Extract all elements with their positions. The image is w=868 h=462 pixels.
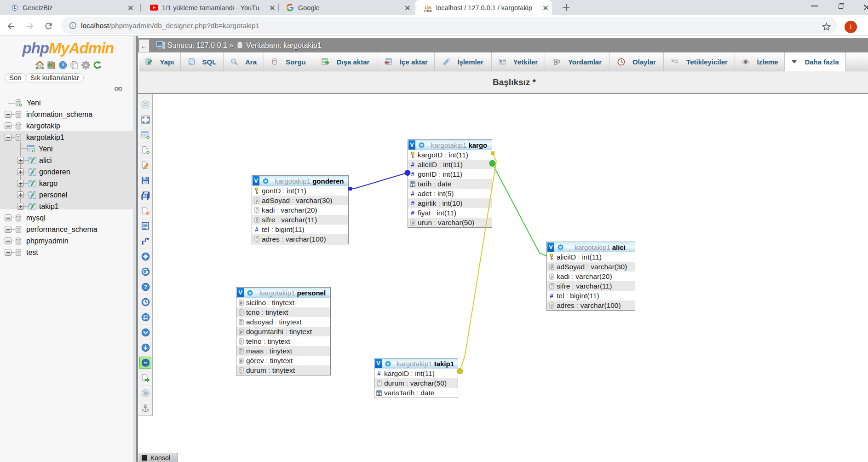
svg-text:PMA: PMA: [424, 8, 431, 12]
svg-text:?: ?: [61, 63, 64, 68]
svg-text:1: 1: [412, 183, 414, 186]
svg-text:?: ?: [144, 284, 147, 290]
svg-text:1: 1: [378, 392, 380, 395]
